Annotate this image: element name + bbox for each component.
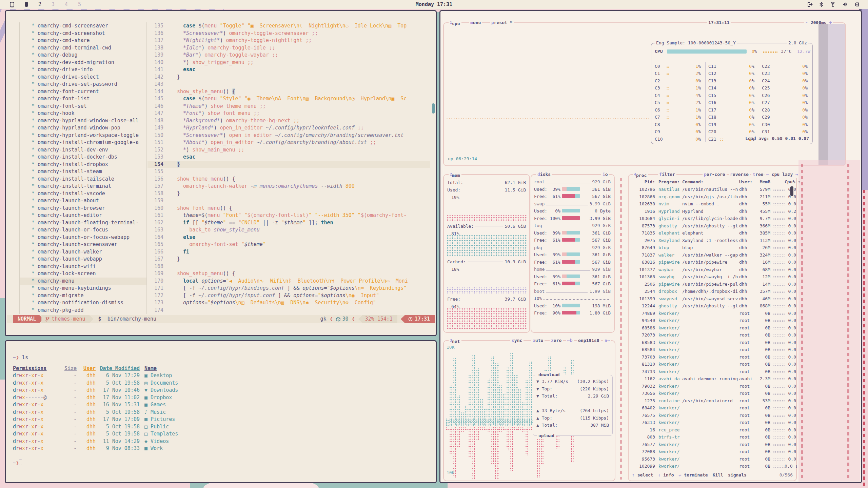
process-row[interactable]: 2506pipewire/usr/bin/pipewire-pulsedhh14… [631,281,796,288]
process-row[interactable]: 68584kworker/root0B0.0 [631,346,796,353]
file-item[interactable]: * omarchy-drive-select [20,74,146,81]
process-row[interactable]: 81310kworker/root0B0.0 [631,361,796,368]
auto-button[interactable]: auto [531,337,545,344]
process-row[interactable]: 2544dropbox/home/dhh/.dropbox-distdhh357… [631,288,796,295]
file-item[interactable]: * omarchy-cmd-terminal-cwd [20,44,146,52]
sync-button[interactable]: sync [510,337,524,344]
file-item[interactable]: * omarchy-drive-info [20,66,146,74]
file-item[interactable]: * omarchy-cmd-share [20,37,146,44]
per-core-button[interactable]: per-core [703,171,727,178]
cpu-sort-nav[interactable]: ← cpu lazy → [765,171,800,178]
workspace-2[interactable]: 2 [38,1,41,7]
process-row[interactable]: 1916HyprlandHyprlanddhh455M0.2 [631,208,796,215]
process-row[interactable]: 103684glycin-i/usr/lib/glycin-loadersdhh… [631,215,796,222]
Kill-action[interactable]: Kill [713,471,723,479]
interval-control[interactable]: - 2000ms + [804,19,833,26]
menu-button[interactable]: menu [469,19,482,26]
scratchpad-icon[interactable] [9,2,15,7]
process-row[interactable]: 101368swaybg/usr/bin/swaybg -i /homdhh12… [631,273,796,281]
process-row[interactable]: 87573ghostty/usr/bin/ghostty --gtk-dhh36… [631,222,796,230]
proc-scrollbar[interactable] [790,186,793,196]
workspace-5[interactable]: 5 [78,1,81,7]
iface-prev[interactable]: ←b [566,337,574,344]
process-row[interactable]: 76577kworker/root0B0.0 [631,441,796,448]
file-item[interactable]: * omarchy-lock-screen [20,270,146,278]
logout-icon[interactable] [807,2,813,7]
file-item[interactable]: * omarchy-launch-browser [20,205,146,212]
process-row[interactable]: 102638nvimnvim --embed .dhh55M0.0 [631,200,796,208]
process-row[interactable]: 71835elephantelephantdhh385M0.0 [631,229,796,237]
file-item[interactable]: * omarchy-notification-dismiss [20,299,146,307]
file-item[interactable]: * omarchy-hyprland-window-pop [20,124,146,132]
file-item[interactable]: * omarchy-install-terminal [20,183,146,190]
file-item[interactable]: * omarchy-menu [20,278,146,285]
process-row[interactable]: 95673kworker/root0B0.0 [631,455,796,463]
file-item[interactable]: * omarchy-install-dropbox [20,161,146,168]
select-action[interactable]: ↑ select [632,471,653,479]
file-item[interactable]: * omarchy-pkg-add [20,307,146,314]
file-item[interactable]: * omarchy-install-dev-env [20,146,146,154]
file-item[interactable]: * omarchy-install-tailscale [20,176,146,183]
reverse-button[interactable]: reverse [729,171,750,178]
file-item[interactable]: * omarchy-migrate [20,292,146,300]
process-row[interactable]: 803btrfs-trroot0B0.0 [631,433,796,441]
preset-button[interactable]: preset * [490,19,514,26]
file-item[interactable]: * omarchy-hyprland-window-close-all [20,117,146,125]
zero-button[interactable]: zero [550,337,563,344]
file-item[interactable]: * omarchy-install-steam [20,168,146,176]
process-row[interactable]: 102099kworker/root0B0.0 ↓ [631,463,796,470]
network-icon[interactable] [829,2,836,7]
io-toggle[interactable]: io [601,171,609,178]
process-row[interactable]: 101399swayosd-/usr/bin/swayosd-serverdhh… [631,295,796,303]
process-row[interactable]: 76313kworker/root0B0.0 [631,419,796,426]
file-item[interactable]: * omarchy-debug [20,52,146,59]
workspace-4[interactable]: 4 [65,1,68,7]
filter-button[interactable]: filter [658,171,676,178]
file-item[interactable]: * omarchy-launch-walker [20,248,146,256]
process-row[interactable]: 74733kworker/root0B0.0 [631,368,796,375]
process-row[interactable]: 74869kworker/root0B0.0 [631,310,796,317]
file-item[interactable]: * omarchy-install-chromium-google-a [20,139,146,146]
editor-scrollbar[interactable] [432,103,435,114]
process-row[interactable]: 1275containe/usr/bin/containerdroot53M0.… [631,397,796,405]
prompt-line[interactable]: ~ ❯ [13,460,178,467]
process-row[interactable]: 101377waybar/usr/bin/waybardhh68M0.0 [631,266,796,273]
process-row[interactable]: 68402kworker/root0B0.0 [631,404,796,412]
iface-next[interactable]: n→ [603,337,611,344]
terminate-action[interactable]: ↵ terminate [679,471,708,479]
process-row[interactable]: 79032kworker/root0B0.0 [631,383,796,390]
file-item[interactable]: * omarchy-font-current [20,88,146,96]
bluetooth-icon[interactable] [819,2,823,7]
file-item[interactable]: * omarchy-menu-keybindings [20,285,146,292]
file-item[interactable]: * omarchy-install-vscode [20,190,146,198]
info-action[interactable]: ↓ info [658,471,674,479]
process-row[interactable]: 73656kworker/root0B0.0 [631,390,796,397]
file-item[interactable]: * omarchy-hook [20,110,146,117]
file-item[interactable]: * omarchy-launch-webapp [20,256,146,263]
tree-button[interactable]: tree [751,171,765,178]
volume-icon[interactable] [842,2,848,7]
file-item[interactable]: * omarchy-drive-set-password [20,81,146,88]
process-row[interactable]: 1162avahi-daavahi-daemon: running [avahi… [631,375,796,383]
process-row[interactable]: 16rcu_preeroot0B0.0 [631,426,796,434]
process-row[interactable]: 87649btopbtopdhh26M0.0 [631,244,796,251]
process-row[interactable]: 12244ghostty/usr/bin/ghostty --gtk-dhh86… [631,302,796,310]
file-item[interactable]: * omarchy-cmd-screensaver [20,22,146,30]
process-row[interactable]: 68586kworker/root0B0.0 [631,324,796,332]
process-row[interactable]: 68583kworker/root0B0.0 [631,339,796,346]
process-row[interactable]: 102796nautilus/usr/bin/nautilus --newdhh… [631,186,796,193]
file-item[interactable]: * omarchy-hyprland-workspace-toggle [20,132,146,139]
process-row[interactable]: 94540kworker/root0B0.0 [631,317,796,324]
process-row[interactable]: 2075XwaylandXwayland :1 -rootless -dhh11… [631,237,796,244]
process-row[interactable]: 71837walker/usr/bin/walker --gappldhh324… [631,251,796,259]
process-row[interactable]: 76575kworker/root0B0.0 [631,412,796,419]
cpu-icon[interactable] [854,2,860,7]
file-item[interactable]: * omarchy-install-docker-dbs [20,154,146,161]
file-item[interactable]: * omarchy-launch-about [20,197,146,205]
file-item[interactable]: * omarchy-launch-wifi [20,263,146,270]
file-item[interactable]: * omarchy-font-set [20,103,146,110]
file-item[interactable]: * omarchy-dev-add-migration [20,59,146,66]
process-row[interactable]: 102866org.gnom/usr/bin/gjs /usr/lib/odhh… [631,193,796,201]
file-item[interactable]: * omarchy-launch-screensaver [20,241,146,248]
file-item[interactable]: * omarchy-launch-editor [20,212,146,219]
